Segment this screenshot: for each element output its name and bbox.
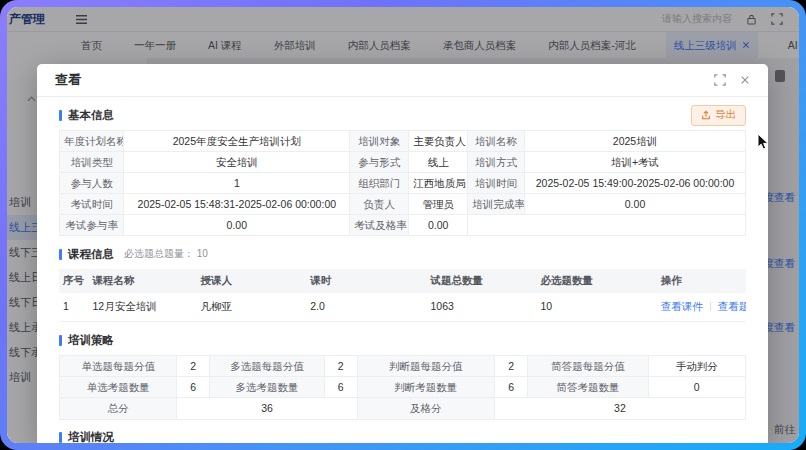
pass-score-label: 及格分 [358, 398, 495, 419]
column-header: 必选题数量 [536, 269, 656, 293]
field-label: 多选考题数量 [210, 377, 325, 398]
basic-info-table: 年度计划名称 2025年度安全生产培训计划 培训对象 主要负责人 培训名称 20… [59, 130, 746, 236]
section-accent-bar [59, 249, 62, 260]
required-question-total: 必选题总题量： 10 [124, 247, 208, 261]
dialog-fullscreen-icon[interactable] [714, 74, 726, 86]
divider [710, 302, 711, 311]
field-value: 2025培训 [525, 131, 746, 152]
section-situation: 培训情况 姓名 部门 请选择 [59, 427, 746, 444]
field-value: 主要负责人 [409, 131, 468, 152]
field-value: 2 [177, 356, 210, 377]
column-header: 授课人 [196, 269, 306, 293]
course-actions: 查看课件查看题库 [657, 293, 746, 322]
dialog-body: 基本信息 导出 年度计划名称 2025年度安全生产培训计划 培训对象 主要负责人 [37, 97, 768, 443]
field-label: 多选题每题分值 [210, 356, 325, 377]
field-value: 2 [495, 356, 529, 377]
field-label: 考试时间 [60, 194, 124, 215]
field-label: 参与形式 [350, 152, 409, 173]
field-label: 培训完成率 [468, 194, 525, 215]
course-teacher: 凡柳亚 [196, 293, 306, 322]
field-label: 年度计划名称 [60, 131, 124, 152]
strategy-title: 培训策略 [68, 333, 114, 348]
field-value: 江西地质局 [409, 173, 468, 194]
field-value: 0.00 [409, 215, 468, 236]
field-label: 考试及格率 [350, 215, 409, 236]
field-value: 2025-02-05 15:48:31-2025-02-06 00:00:00 [124, 194, 350, 215]
field-value: 线上 [409, 152, 468, 173]
section-accent-bar [59, 110, 62, 121]
total-score-label: 总分 [60, 398, 177, 419]
field-label: 考试参与率 [60, 215, 124, 236]
section-accent-bar [59, 335, 62, 346]
field-value: 2025年度安全生产培训计划 [124, 131, 350, 152]
basic-info-title: 基本信息 [68, 108, 114, 123]
field-value: 1 [124, 173, 350, 194]
field-label: 培训方式 [468, 152, 525, 173]
field-value: 0.00 [124, 215, 350, 236]
field-label: 培训类型 [60, 152, 124, 173]
view-courseware-link[interactable]: 查看课件 [661, 300, 703, 312]
field-label: 参与人数 [60, 173, 124, 194]
screenshot-frame: 产管理 请输入搜索内容 首页 一年一册 AI 课程 外部培训 内部人员档案 承包… [0, 0, 806, 450]
field-label: 培训时间 [468, 173, 525, 194]
field-label: 单选题每题分值 [60, 356, 177, 377]
strategy-totals: 总分 36 及格分 32 [59, 398, 746, 419]
field-value: 2 [325, 356, 358, 377]
field-label: 组织部门 [350, 173, 409, 194]
column-header: 试题总数量 [427, 269, 537, 293]
total-score-value: 36 [177, 398, 357, 419]
field-label: 单选考题数量 [60, 377, 177, 398]
field-value: 安全培训 [124, 152, 350, 173]
field-label: 简答考题数量 [528, 377, 648, 398]
export-button[interactable]: 导出 [691, 105, 746, 126]
column-header: 序号 [59, 269, 89, 293]
field-value: 6 [495, 377, 529, 398]
field-value: 手动判分 [649, 356, 746, 377]
course-hours: 2.0 [306, 293, 426, 322]
field-value: 培训+考试 [525, 152, 746, 173]
course-question-total: 1063 [427, 293, 537, 322]
course-info-title: 课程信息 [68, 247, 114, 262]
field-value: 0 [649, 377, 746, 398]
course-table: 序号 课程名称 授课人 课时 试题总数量 必选题数量 操作 1 12月安全培训 … [59, 269, 746, 322]
field-label: 判断题每题分值 [358, 356, 495, 377]
field-value: 6 [325, 377, 358, 398]
course-required-count: 10 [536, 293, 656, 322]
view-question-bank-link[interactable]: 查看题库 [718, 300, 746, 312]
view-dialog: 查看 基本信息 [37, 64, 768, 443]
section-course-info: 课程信息 必选题总题量： 10 序号 课程名称 授课人 课时 试题总数量 必选题… [59, 243, 746, 322]
situation-title: 培训情况 [68, 430, 114, 443]
dialog-close-icon[interactable] [740, 75, 750, 85]
empty-cell [468, 215, 746, 236]
section-strategy: 培训策略 单选题每题分值 2 多选题每题分值 2 判断题每题分值 2 简答题每题… [59, 329, 746, 419]
field-label: 负责人 [350, 194, 409, 215]
column-header: 课时 [306, 269, 426, 293]
course-index: 1 [59, 293, 89, 322]
field-value: 2025-02-05 15:49:00-2025-02-06 00:00:00 [525, 173, 746, 194]
export-icon [701, 110, 711, 120]
field-label: 培训名称 [468, 131, 525, 152]
field-value: 6 [177, 377, 210, 398]
field-value: 管理员 [409, 194, 468, 215]
section-accent-bar [59, 432, 62, 443]
field-label: 培训对象 [350, 131, 409, 152]
section-basic-info: 基本信息 导出 年度计划名称 2025年度安全生产培训计划 培训对象 主要负责人 [59, 104, 746, 236]
dialog-header: 查看 [37, 64, 768, 97]
pass-score-value: 32 [495, 398, 746, 419]
strategy-table: 单选题每题分值 2 多选题每题分值 2 判断题每题分值 2 简答题每题分值 手动… [59, 355, 746, 398]
course-name: 12月安全培训 [89, 293, 197, 322]
column-header: 操作 [657, 269, 746, 293]
dialog-title: 查看 [55, 71, 81, 89]
column-header: 课程名称 [89, 269, 197, 293]
field-label: 判断考题数量 [358, 377, 495, 398]
field-label: 简答题每题分值 [528, 356, 648, 377]
app-window: 产管理 请输入搜索内容 首页 一年一册 AI 课程 外部培训 内部人员档案 承包… [7, 7, 799, 443]
field-value: 0.00 [525, 194, 746, 215]
